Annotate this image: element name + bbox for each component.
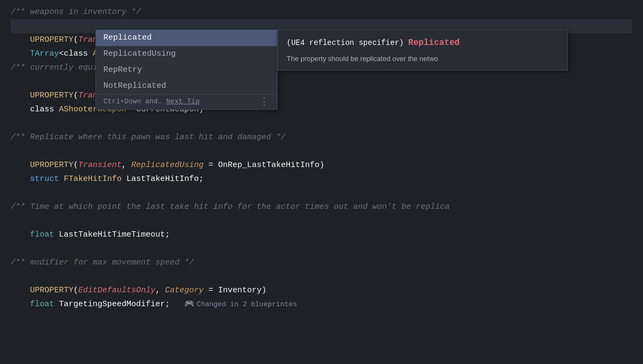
autocomplete-list[interactable]: Replicated ReplicatedUsing RepRetry NotR… — [95, 29, 278, 110]
uproperty-keyword: UPROPERTY — [30, 35, 73, 44]
code-editor: /** weapons in inventory */ UPROPERTY(Tr… — [0, 0, 643, 364]
code-line-11: UPROPERTY(Transient, ReplicatedUsing = O… — [11, 145, 632, 158]
code-line-20: UPROPERTY(EditDefaultsOnly, Category = I… — [11, 270, 632, 284]
empty-line-14 — [11, 186, 632, 200]
autocomplete-footer: Ctrl+Down and… Next Tip ⋮ — [96, 94, 277, 109]
changed-badge: Changed in 2 blueprintes — [197, 300, 297, 308]
more-options-icon[interactable]: ⋮ — [259, 94, 270, 110]
next-tip-link[interactable]: Next Tip — [166, 97, 199, 105]
gamepad-icon: 🎮 — [184, 298, 195, 312]
doc-popup: (UE4 reflection specifier) Replicated Th… — [278, 29, 568, 71]
autocomplete-item-repretry[interactable]: RepRetry — [96, 62, 277, 78]
code-line-16: float LastTakeHitTimeTimeout; — [11, 214, 632, 228]
code-line-19: /** modifier for max movement speed */ — [11, 256, 632, 270]
doc-keyword: Replicated — [408, 38, 460, 48]
autocomplete-shortcut: Ctrl+Down and… Next Tip — [103, 96, 199, 108]
shortcut-text: Ctrl+Down and… — [103, 97, 162, 105]
autocomplete-item-replicated[interactable]: Replicated — [96, 30, 277, 46]
empty-line-18 — [11, 242, 632, 256]
doc-title: (UE4 reflection specifier) Replicated — [287, 36, 559, 50]
code-line-1: /** weapons in inventory */ — [11, 5, 632, 19]
autocomplete-container: Replicated ReplicatedUsing RepRetry NotR… — [95, 29, 568, 110]
autocomplete-item-notreplicated[interactable]: NotReplicated — [96, 78, 277, 94]
empty-line-9 — [11, 117, 632, 131]
code-line-15: /** Time at which point the last take hi… — [11, 200, 632, 214]
doc-description: The property should be replicated over t… — [287, 54, 559, 64]
autocomplete-item-replicatedusing[interactable]: ReplicatedUsing — [96, 46, 277, 62]
code-line-10: /** Replicate where this pawn was last h… — [11, 131, 632, 145]
doc-prefix: (UE4 reflection specifier) — [287, 39, 403, 47]
